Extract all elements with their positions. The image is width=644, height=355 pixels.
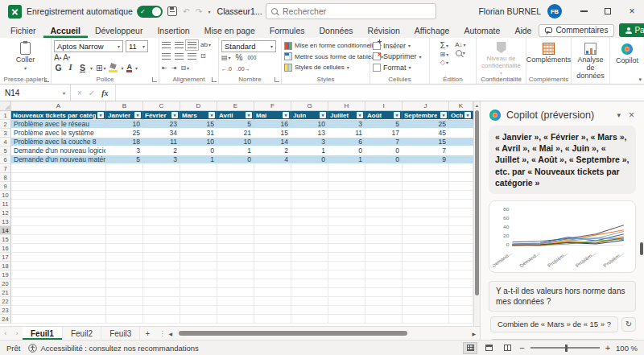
cell-H18[interactable]: [328, 262, 365, 270]
collapse-ribbon-icon[interactable]: ▾: [638, 76, 642, 83]
merge-center-icon[interactable]: ⊟▾: [180, 65, 189, 72]
cell-G15[interactable]: [291, 235, 328, 244]
cell-F5[interactable]: 2: [254, 147, 291, 155]
cell-D8[interactable]: [180, 173, 217, 182]
cell-G24[interactable]: [291, 315, 328, 324]
italic-button[interactable]: I: [66, 64, 75, 72]
cell-J22[interactable]: [402, 297, 449, 306]
borders-button[interactable]: ⊞▾: [96, 64, 105, 72]
filter-icon[interactable]: ▾: [283, 112, 289, 118]
row-header-6[interactable]: 6: [0, 155, 11, 164]
row-header-2[interactable]: 2: [0, 120, 11, 129]
cell-B1[interactable]: Janvier▾: [106, 111, 143, 120]
delete-cells-button[interactable]: Supprimer▾: [373, 52, 427, 63]
cell-F8[interactable]: [254, 173, 291, 182]
row-header-20[interactable]: 20: [0, 279, 11, 288]
row-header-23[interactable]: 23: [0, 306, 11, 315]
align-middle-icon[interactable]: [175, 42, 184, 48]
format-as-table-button[interactable]: Mettre sous forme de tableau▾: [284, 52, 367, 63]
cell-B24[interactable]: [106, 315, 143, 324]
cell-D2[interactable]: 15: [180, 120, 217, 129]
user-name[interactable]: Florian BURNEL: [478, 6, 541, 16]
bold-button[interactable]: G: [54, 64, 63, 72]
clear-button[interactable]: ◇▾: [440, 60, 448, 66]
vertical-scrollbar[interactable]: ▲: [473, 101, 480, 326]
cell-H2[interactable]: 3: [328, 120, 365, 129]
normal-view-button[interactable]: [464, 343, 477, 353]
cell-D20[interactable]: [180, 279, 217, 288]
cell-C1[interactable]: Février▾: [143, 111, 180, 120]
cell-K1[interactable]: Octobre▾: [449, 111, 473, 120]
cell-K3[interactable]: [449, 129, 473, 138]
cell-F19[interactable]: [254, 270, 291, 279]
name-box[interactable]: N14 ▾: [0, 85, 71, 101]
cell-E22[interactable]: [217, 297, 254, 306]
cell-B20[interactable]: [106, 279, 143, 288]
cell-K21[interactable]: [449, 288, 473, 297]
cell-J20[interactable]: [402, 279, 449, 288]
cell-H24[interactable]: [328, 315, 365, 324]
autosum-button[interactable]: Σ▾: [440, 42, 448, 50]
cell-D12[interactable]: [180, 208, 217, 217]
cell-H23[interactable]: [328, 306, 365, 315]
cell-G23[interactable]: [291, 306, 328, 315]
cell-B13[interactable]: [106, 217, 143, 226]
cell-J10[interactable]: [402, 191, 449, 200]
cell-K8[interactable]: [449, 173, 473, 182]
cell-A4[interactable]: Problème avec la couche 8: [11, 138, 106, 147]
align-bottom-icon[interactable]: [188, 42, 196, 48]
cell-J17[interactable]: [402, 253, 449, 262]
cell-D5[interactable]: 0: [180, 147, 217, 155]
filter-icon[interactable]: ▾: [246, 112, 252, 118]
cell-A18[interactable]: [11, 262, 106, 270]
format-cells-button[interactable]: Format▾: [373, 62, 427, 73]
cell-A13[interactable]: [11, 217, 106, 226]
cell-E17[interactable]: [217, 253, 254, 262]
cell-D4[interactable]: 10: [180, 138, 217, 147]
cell-C15[interactable]: [143, 235, 180, 244]
cell-H20[interactable]: [328, 279, 365, 288]
cell-K15[interactable]: [449, 235, 473, 244]
cell-B3[interactable]: 25: [106, 129, 143, 138]
cell-F13[interactable]: [254, 217, 291, 226]
cell-C8[interactable]: [143, 173, 180, 182]
row-header-3[interactable]: 3: [0, 129, 11, 138]
sheet-tab-feuil1[interactable]: Feuil1: [23, 327, 63, 340]
cell-J15[interactable]: [402, 235, 449, 244]
copilot-ribbon-button[interactable]: Copilot: [616, 43, 638, 65]
cell-C16[interactable]: [143, 244, 180, 253]
font-name-select[interactable]: Aptos Narrow▾: [54, 40, 123, 52]
cell-J4[interactable]: 15: [402, 138, 449, 147]
row-header-24[interactable]: 24: [0, 315, 11, 324]
cell-J12[interactable]: [402, 208, 449, 217]
cell-I7[interactable]: [365, 164, 402, 173]
cell-H15[interactable]: [328, 235, 365, 244]
cell-H22[interactable]: [328, 297, 365, 306]
cell-C19[interactable]: [143, 270, 180, 279]
cell-B6[interactable]: 5: [106, 155, 143, 164]
percent-style-button[interactable]: %: [236, 54, 243, 62]
sheet-nav-next-icon[interactable]: ›: [11, 327, 23, 340]
cell-F15[interactable]: [254, 235, 291, 244]
cell-K5[interactable]: [449, 147, 473, 155]
row-header-13[interactable]: 13: [0, 217, 11, 226]
cell-B19[interactable]: [106, 270, 143, 279]
cell-E13[interactable]: [217, 217, 254, 226]
cell-D19[interactable]: [180, 270, 217, 279]
cell-K13[interactable]: [449, 217, 473, 226]
decrease-decimal-icon[interactable]: .00→: [237, 66, 250, 72]
cell-G17[interactable]: [291, 253, 328, 262]
cell-H6[interactable]: 1: [328, 155, 365, 164]
orientation-icon[interactable]: ab▾: [200, 42, 211, 48]
zoom-in-button[interactable]: +: [605, 343, 610, 353]
cell-J3[interactable]: 45: [402, 129, 449, 138]
column-header-C[interactable]: C: [143, 101, 180, 111]
fill-button[interactable]: ⊞▾: [440, 52, 448, 58]
cancel-formula-icon[interactable]: ×: [77, 89, 82, 97]
filter-icon[interactable]: ▾: [320, 112, 326, 118]
cell-G13[interactable]: [291, 217, 328, 226]
cell-K9[interactable]: [449, 182, 473, 191]
qat-customize-icon[interactable]: ▾: [208, 9, 211, 14]
cell-E1[interactable]: Avril▾: [217, 111, 254, 120]
cell-J21[interactable]: [402, 288, 449, 297]
